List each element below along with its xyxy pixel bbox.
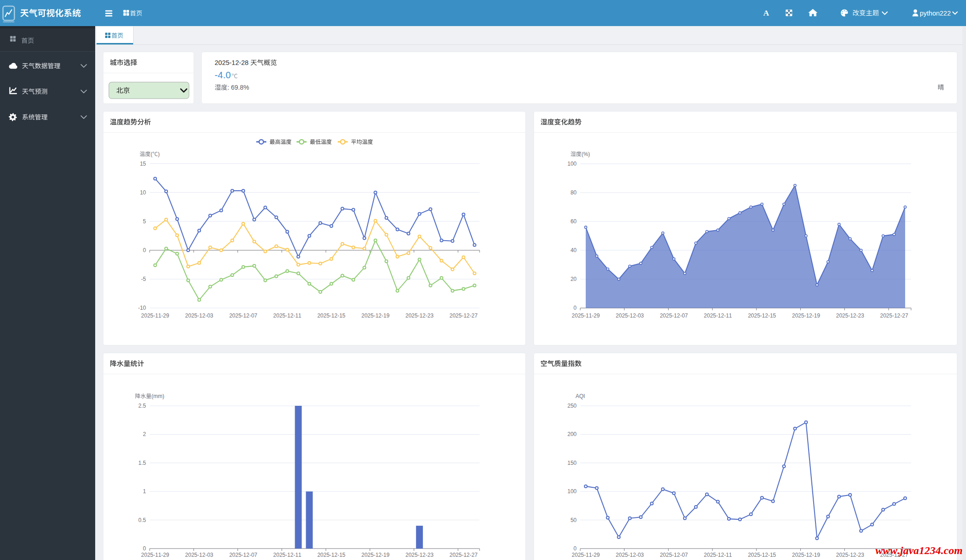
svg-text:2025-11-29: 2025-11-29: [572, 552, 600, 558]
svg-text:20: 20: [571, 276, 577, 282]
svg-text:-4.0: -4.0: [215, 70, 231, 80]
svg-text:200: 200: [567, 431, 577, 437]
svg-text:40: 40: [571, 247, 577, 253]
svg-text:1.5: 1.5: [138, 460, 146, 466]
svg-text:(mm): (mm): [151, 393, 164, 399]
svg-text:2: 2: [143, 431, 146, 437]
svg-text:2025-12-23: 2025-12-23: [405, 552, 434, 558]
svg-text:(: (: [151, 151, 152, 157]
svg-text:80: 80: [571, 189, 577, 196]
svg-text:2025-12-15: 2025-12-15: [317, 312, 345, 319]
svg-text:15: 15: [140, 161, 146, 167]
svg-text:-10: -10: [138, 305, 146, 311]
svg-text:2025-12-03: 2025-12-03: [616, 312, 644, 319]
svg-text:2025-12-23: 2025-12-23: [836, 552, 864, 558]
svg-text:2025-12-03: 2025-12-03: [185, 312, 214, 319]
svg-text:150: 150: [567, 460, 577, 466]
svg-text:2025-12-19: 2025-12-19: [362, 552, 390, 558]
svg-text:2025-12-03: 2025-12-03: [185, 552, 214, 558]
svg-text:2025-12-27: 2025-12-27: [880, 312, 908, 319]
svg-text:2025-12-15: 2025-12-15: [748, 552, 776, 558]
svg-text:): ): [158, 151, 160, 157]
svg-text:2025-12-28: 2025-12-28: [215, 59, 248, 66]
svg-text:2025-11-29: 2025-11-29: [141, 552, 169, 558]
svg-text:2025-12-15: 2025-12-15: [748, 312, 776, 319]
svg-text:0: 0: [143, 545, 146, 552]
svg-text:50: 50: [571, 517, 577, 523]
svg-text:0.5: 0.5: [138, 517, 146, 523]
svg-text:2025-12-15: 2025-12-15: [317, 552, 345, 558]
svg-text:2025-12-07: 2025-12-07: [229, 312, 258, 319]
svg-text:0: 0: [143, 247, 146, 253]
svg-text:250: 250: [567, 403, 577, 409]
svg-text:2025-11-29: 2025-11-29: [141, 312, 169, 319]
svg-text:2025-12-07: 2025-12-07: [660, 312, 688, 319]
svg-text:2025-12-23: 2025-12-23: [405, 312, 434, 319]
svg-text:www.java1234.com: www.java1234.com: [875, 544, 963, 556]
svg-text:2025-12-27: 2025-12-27: [449, 312, 478, 319]
svg-text:2025-12-11: 2025-12-11: [273, 552, 302, 558]
svg-text:2025-12-23: 2025-12-23: [836, 312, 864, 319]
svg-text:2025-12-19: 2025-12-19: [362, 312, 390, 319]
svg-text:2025-12-27: 2025-12-27: [449, 552, 478, 558]
svg-text:(%): (%): [582, 151, 590, 157]
svg-text:A: A: [763, 8, 769, 17]
svg-text:2.5: 2.5: [138, 403, 146, 409]
svg-text:2025-12-19: 2025-12-19: [792, 312, 820, 319]
svg-text:: 69.8%: : 69.8%: [227, 84, 249, 91]
svg-text:60: 60: [571, 218, 577, 225]
svg-text:-5: -5: [141, 276, 146, 282]
svg-text:5: 5: [143, 218, 146, 225]
svg-text:100: 100: [567, 488, 577, 495]
svg-text:10: 10: [140, 189, 146, 196]
svg-text:1: 1: [143, 488, 146, 495]
svg-text:0: 0: [573, 305, 577, 311]
svg-text:python222: python222: [920, 10, 951, 17]
svg-text:2025-12-03: 2025-12-03: [616, 552, 644, 558]
svg-text:2025-12-11: 2025-12-11: [704, 312, 732, 319]
svg-text:AQI: AQI: [576, 393, 585, 399]
svg-text:2025-11-29: 2025-11-29: [572, 312, 600, 319]
svg-text:2025-12-11: 2025-12-11: [704, 552, 732, 558]
svg-text:0: 0: [573, 545, 577, 552]
svg-text:2025-12-19: 2025-12-19: [792, 552, 820, 558]
svg-text:100: 100: [567, 161, 577, 167]
svg-text:2025-12-07: 2025-12-07: [660, 552, 688, 558]
svg-text:2025-12-07: 2025-12-07: [229, 552, 258, 558]
svg-text:2025-12-11: 2025-12-11: [273, 312, 302, 319]
